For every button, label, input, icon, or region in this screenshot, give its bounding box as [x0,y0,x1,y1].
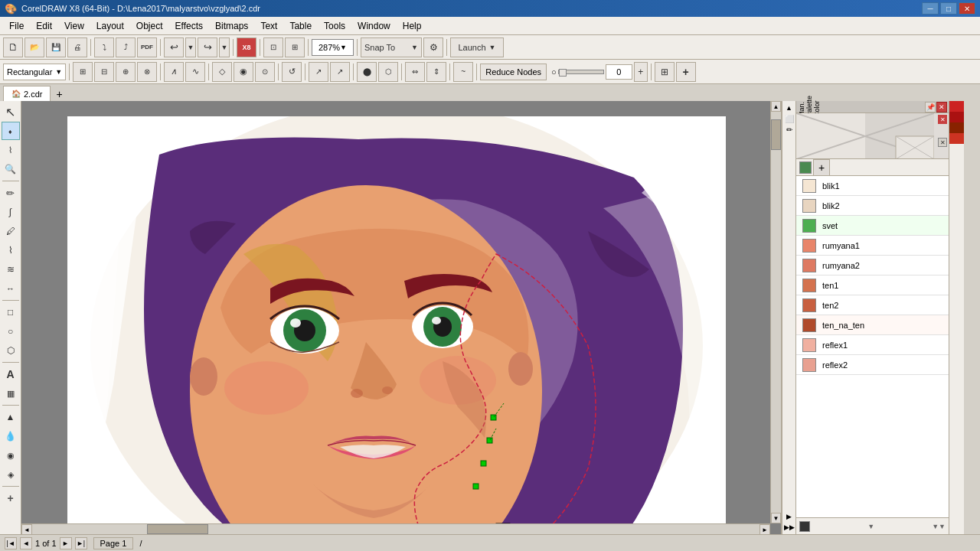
dimension-tool[interactable]: ↔ [2,279,20,298]
node-plus-button[interactable]: + [676,62,696,82]
panel-expand[interactable]: ▶ [784,511,795,522]
maximize-button[interactable]: □ [940,2,957,15]
menu-effects[interactable]: Effects [169,17,209,34]
panel-expand-2[interactable]: ▶▶ [784,522,795,533]
palette-item-reflex2[interactable]: reflex2 [796,355,949,375]
import-button[interactable]: ⤵ [94,37,114,57]
smooth-node-button[interactable]: ◉ [234,62,253,82]
blend-tool[interactable]: ◈ [2,465,20,484]
page-prev-button[interactable]: ◄ [20,537,32,549]
add-color-button[interactable]: + [813,159,830,176]
settings-button[interactable]: ⚙ [423,37,443,57]
node-to-line-button[interactable]: ∧ [164,62,184,82]
redo-button[interactable]: ↪ [198,37,217,57]
fill-color-swatch[interactable] [799,161,812,174]
menu-view[interactable]: View [58,17,90,34]
symmetric-node-button[interactable]: ⊙ [255,62,275,82]
palette-item-blik2[interactable]: blik2 [796,196,949,216]
scroll-track-v[interactable] [771,112,781,513]
bspline-tool[interactable]: ≋ [2,260,20,279]
snap-to-dropdown[interactable]: Snap To ▼ [361,37,422,57]
bezier-tool[interactable]: ∫ [2,203,20,221]
menu-object[interactable]: Object [130,17,169,34]
panel-pin-button[interactable]: 📌 [925,102,936,112]
menu-layout[interactable]: Layout [90,17,130,34]
add-node-button[interactable]: ⊞ [73,62,93,82]
launch-button[interactable]: Launch ▼ [450,37,504,57]
view-page-button[interactable]: ⊞ [285,37,305,57]
reduce-nodes-button[interactable]: Reduce Nodes [480,64,547,80]
scroll-down-button[interactable]: ▼ [771,513,781,523]
palette-nav-down[interactable]: ▼ [867,523,874,530]
close-button[interactable]: ✕ [959,2,975,15]
fill-tool[interactable]: ▲ [2,408,20,426]
page-first-button[interactable]: |◄ [5,537,17,549]
scroll-track-h[interactable] [32,524,760,534]
align-nodes-v-button[interactable]: ⇕ [426,62,446,82]
pen-tool[interactable]: 🖊 [2,222,20,240]
menu-file[interactable]: File [3,17,30,34]
palette-item-rumyana1[interactable]: rumyana1 [796,236,949,256]
align-nodes-h-button[interactable]: ⇔ [405,62,425,82]
save-button[interactable]: 💾 [46,37,66,57]
polygon-tool[interactable]: ⬡ [2,341,20,360]
palette-nav-down2[interactable]: ▼▼ [932,523,946,530]
palette-item-rumyana2[interactable]: rumyana2 [796,256,949,276]
color-scheme-close-2[interactable]: ✕ [938,138,947,147]
add-node-plus[interactable]: + [2,489,20,507]
extract-subpath-button[interactable]: ↗ [330,62,350,82]
extend-curve-button[interactable]: ↗ [309,62,328,82]
auto-close-button[interactable]: ⬤ [357,62,377,82]
scroll-left-button[interactable]: ◄ [21,524,32,534]
panel-nav-up[interactable]: ▲ [784,103,795,113]
accent-color-4[interactable] [949,133,964,144]
menu-tools[interactable]: Tools [318,17,351,34]
palette-item-ten1[interactable]: ten1 [796,276,949,295]
node-threshold-slider[interactable] [558,70,604,74]
vertical-scrollbar[interactable]: ▲ ▼ [770,101,781,523]
menu-edit[interactable]: Edit [30,17,58,34]
node-select-dropdown-icon[interactable]: ▼ [55,68,62,76]
rectangle-tool[interactable]: □ [2,303,20,321]
undo-button[interactable]: ↩ [164,37,184,57]
canvas-area[interactable]: ▲ ▼ ◄ ► [21,101,781,534]
palette-item-svet[interactable]: svet [796,216,949,236]
palette-item-reflex1[interactable]: reflex1 [796,335,949,355]
publish-pdf-button[interactable]: PDF [137,37,157,57]
page-tab[interactable]: Page 1 [93,537,134,549]
palette-item-blik1[interactable]: blik1 [796,176,949,196]
scroll-right-button[interactable]: ► [760,524,770,534]
zoom-dropdown-icon[interactable]: ▼ [340,44,347,51]
delete-node-button[interactable]: ⊟ [94,62,114,82]
node-tool[interactable]: ⬧ [2,122,20,140]
panel-tool-1[interactable]: ⬜ [784,113,795,124]
straighten-tool[interactable]: ⌇ [2,141,20,159]
reverse-curve-button[interactable]: ↺ [282,62,302,82]
node-threshold-value[interactable]: 0 [606,64,632,80]
tab-add-button[interactable]: + [52,87,66,101]
menu-bitmaps[interactable]: Bitmaps [209,17,254,34]
panel-tool-2[interactable]: ✏ [784,124,795,135]
node-threshold-add-button[interactable]: + [634,62,648,82]
scroll-thumb-h[interactable] [147,524,208,534]
palette-item-ten-na-ten[interactable]: ten_na_ten [796,315,949,335]
accent-color-1[interactable] [949,101,964,112]
eyedropper-tool[interactable]: 💧 [2,427,20,445]
page-next-button[interactable]: ► [60,537,72,549]
scroll-up-button[interactable]: ▲ [771,101,781,112]
cusp-node-button[interactable]: ◇ [212,62,232,82]
page-last-button[interactable]: ►| [75,537,87,549]
menu-text[interactable]: Text [254,17,283,34]
selection-tool[interactable]: ↖ [2,103,20,121]
corel-button[interactable]: X8 [237,37,256,57]
elastic-mode-button[interactable]: ~ [453,62,473,82]
join-nodes-button[interactable]: ⊕ [116,62,136,82]
polyline-tool[interactable]: ⌇ [2,241,20,259]
tab-2cdr[interactable]: 🏠 2.cdr [3,86,51,101]
zoom-tool[interactable]: 🔍 [2,160,20,178]
redo-dropdown-button[interactable]: ▼ [219,37,230,57]
export-button[interactable]: ⤴ [116,37,136,57]
accent-color-2[interactable] [949,112,964,122]
freehand-tool[interactable]: ✏ [2,184,20,202]
horizontal-scrollbar[interactable]: ◄ ► [21,523,770,534]
